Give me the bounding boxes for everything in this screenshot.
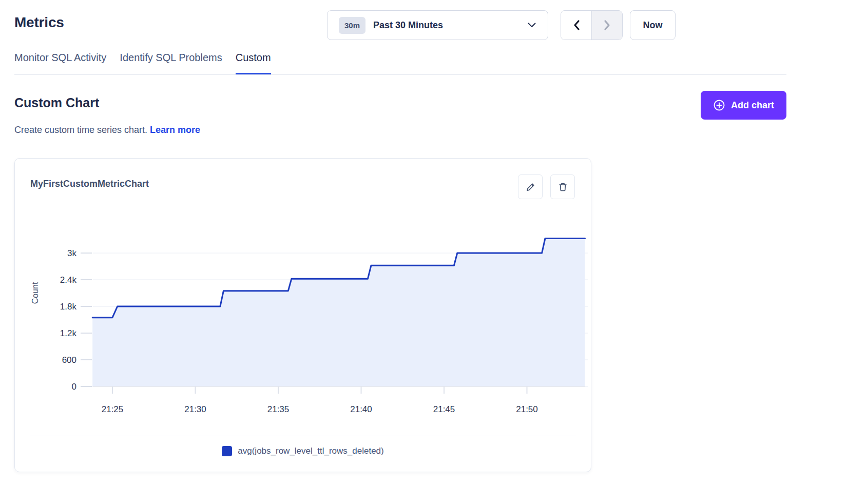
chart-title: MyFirstCustomMetricChart	[30, 179, 149, 189]
tabs-divider	[14, 74, 786, 75]
y-axis-title: Count	[31, 282, 40, 304]
time-range-badge: 30m	[339, 17, 365, 34]
legend-series-label: avg(jobs_row_level_ttl_rows_deleted)	[238, 446, 383, 456]
y-tick-label: 1.2k	[60, 328, 77, 338]
tab-monitor-sql-activity[interactable]: Monitor SQL Activity	[14, 52, 106, 74]
metrics-tabs: Monitor SQL Activity Identify SQL Proble…	[14, 52, 271, 74]
page-title: Metrics	[14, 14, 64, 31]
pencil-icon	[525, 182, 536, 192]
x-tick-label: 21:50	[516, 404, 538, 414]
legend-divider	[30, 436, 576, 436]
now-button[interactable]: Now	[630, 10, 676, 40]
chart-legend: avg(jobs_row_level_ttl_rows_deleted)	[15, 446, 591, 456]
x-tick-label: 21:35	[267, 404, 290, 414]
time-range-label: Past 30 Minutes	[373, 20, 443, 31]
add-chart-button[interactable]: Add chart	[701, 91, 786, 120]
custom-chart-plot: 06001.2k1.8k2.4k3kCount21:2521:3021:3521…	[15, 219, 592, 434]
time-range-selector[interactable]: 30m Past 30 Minutes	[327, 10, 548, 40]
chevron-left-icon	[572, 20, 581, 31]
plus-circle-icon	[713, 99, 725, 111]
section-heading: Custom Chart	[14, 95, 99, 110]
y-tick-label: 2.4k	[60, 275, 77, 285]
chevron-right-icon	[603, 20, 611, 31]
trash-icon-button[interactable]	[550, 175, 575, 199]
add-chart-label: Add chart	[731, 100, 774, 111]
section-description: Create custom time series chart.Learn mo…	[14, 125, 200, 135]
learn-more-link[interactable]: Learn more	[150, 125, 200, 135]
tab-custom[interactable]: Custom	[236, 52, 271, 74]
prev-time-button[interactable]	[561, 11, 592, 40]
legend-swatch	[222, 446, 232, 456]
custom-chart-card: MyFirstCustomMetricChart 06001.2k1.8k2.4…	[14, 158, 591, 472]
edit-chart-button[interactable]	[518, 175, 543, 199]
section-description-text: Create custom time series chart.	[14, 125, 147, 135]
x-tick-label: 21:30	[184, 404, 206, 414]
y-tick-label: 3k	[67, 248, 76, 258]
trash-icon	[557, 182, 568, 192]
next-time-button-disabled[interactable]	[592, 11, 622, 40]
time-pager	[561, 10, 623, 40]
tab-identify-sql-problems[interactable]: Identify SQL Problems	[120, 52, 222, 74]
series-area-fill	[92, 238, 585, 386]
x-tick-label: 21:40	[350, 404, 372, 414]
y-tick-label: 600	[62, 355, 76, 365]
x-tick-label: 21:45	[433, 404, 455, 414]
x-tick-label: 21:25	[102, 404, 124, 414]
y-tick-label: 0	[72, 382, 76, 392]
chevron-down-icon	[528, 23, 536, 28]
y-tick-label: 1.8k	[60, 302, 77, 312]
